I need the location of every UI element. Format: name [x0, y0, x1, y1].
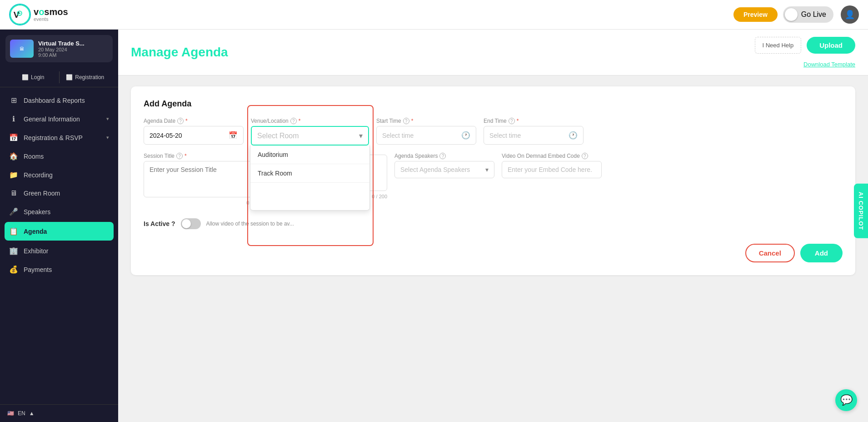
clock-icon: 🕐	[461, 131, 470, 140]
content-area: Manage Agenda I Need Help Upload Downloa…	[118, 30, 868, 422]
chat-button[interactable]: 💬	[835, 389, 857, 411]
event-date: 20 May 2024	[38, 47, 108, 52]
help-icon[interactable]: ?	[176, 153, 183, 159]
page-title: Manage Agenda	[131, 45, 228, 60]
event-time: 9:00 AM	[38, 52, 108, 58]
event-card: 🏛 Virtual Trade S... 20 May 2024 9:00 AM	[5, 35, 113, 62]
logo-icon: V	[9, 4, 31, 25]
registration-icon: 📅	[9, 133, 18, 142]
rooms-icon: 🏠	[9, 152, 18, 161]
sidebar-item-dashboard[interactable]: ⊞ Dashboard & Reports	[0, 91, 118, 110]
venue-dropdown-wrapper: Select Room ▾ Auditorium Track Room	[251, 126, 369, 146]
is-active-toggle[interactable]	[181, 218, 201, 229]
add-button[interactable]: Add	[800, 244, 843, 262]
venue-dropdown-list: Auditorium Track Room	[250, 146, 370, 211]
sidebar-item-payments[interactable]: 💰 Payments	[0, 260, 118, 279]
help-icon[interactable]: ?	[177, 118, 184, 124]
login-button[interactable]: ⬜ Login	[7, 71, 60, 83]
user-avatar[interactable]: 👤	[841, 5, 859, 24]
login-label: Login	[31, 74, 44, 80]
sidebar-item-recording[interactable]: 📁 Recording	[0, 166, 118, 184]
general-icon: ℹ	[9, 115, 18, 123]
agenda-date-value: 2024-05-20	[150, 132, 182, 139]
speakers-label: Agenda Speakers ?	[394, 153, 494, 159]
sidebar-item-label: Payments	[24, 266, 109, 273]
sidebar-item-label: Registration & RSVP	[24, 134, 101, 141]
end-time-label: End Time ? *	[484, 118, 584, 124]
sidebar-auth: ⬜ Login ⬜ Registration	[0, 68, 118, 87]
flag-icon: 🇺🇸	[7, 410, 14, 417]
sidebar-item-general[interactable]: ℹ General Information ▾	[0, 110, 118, 128]
content-header: Manage Agenda I Need Help Upload Downloa…	[118, 30, 868, 75]
language-selector[interactable]: 🇺🇸 EN ▲	[0, 404, 118, 422]
preview-button[interactable]: Preview	[733, 7, 778, 22]
help-icon[interactable]: ?	[582, 153, 588, 159]
venue-option-auditorium[interactable]: Auditorium	[250, 146, 369, 164]
sidebar-item-label: Speakers	[24, 208, 109, 216]
sidebar-item-label: General Information	[24, 116, 101, 123]
sidebar-item-rooms[interactable]: 🏠 Rooms	[0, 147, 118, 166]
toggle-thumb	[182, 219, 191, 228]
start-time-field: Start Time ? * Select time 🕐	[376, 118, 476, 146]
download-template-link[interactable]: Download Template	[803, 61, 855, 68]
agenda-icon: 📋	[9, 227, 18, 236]
event-title: Virtual Trade S...	[38, 40, 108, 47]
exhibitor-icon: 🏢	[9, 246, 18, 255]
end-time-input[interactable]: Select time 🕐	[484, 126, 584, 145]
logo: V vosmos events	[9, 4, 68, 25]
sidebar-item-label: Recording	[24, 171, 109, 179]
is-active-label: Is Active ?	[144, 220, 175, 227]
sidebar-item-exhibitor[interactable]: 🏢 Exhibitor	[0, 241, 118, 260]
sidebar-item-registration[interactable]: 📅 Registration & RSVP ▾	[0, 128, 118, 147]
chevron-down-icon: ▾	[359, 131, 363, 140]
ai-copilot-tab[interactable]: AI COPILOT	[854, 184, 868, 238]
chevron-down-icon: ▾	[106, 116, 109, 122]
calendar-icon: 📅	[229, 131, 238, 140]
event-thumbnail: 🏛	[10, 40, 34, 58]
form-row-2: Session Title ? * 0 / 200 0 / 200	[144, 153, 843, 206]
toggle-thumb	[785, 8, 798, 21]
registration-button[interactable]: ⬜ Registration	[60, 71, 111, 83]
venue-select[interactable]: Select Room ▾	[252, 127, 368, 145]
agenda-date-label: Agenda Date ? *	[144, 118, 244, 124]
video-embed-field: Video On Demnad Embed Code ? Enter your …	[502, 153, 602, 206]
sidebar-item-speakers[interactable]: 🎤 Speakers	[0, 202, 118, 221]
venue-option-trackroom[interactable]: Track Room	[250, 164, 369, 183]
venue-placeholder: Select Room	[257, 132, 299, 140]
form-row-1: Agenda Date ? * 2024-05-20 📅 Venue/Locat…	[144, 118, 843, 146]
logo-text: vosmos events	[34, 7, 68, 22]
sidebar-item-agenda[interactable]: 📋 Agenda	[5, 222, 114, 241]
top-navigation: V vosmos events Preview Go Live 👤	[0, 0, 868, 30]
sidebar-item-label: Green Room	[24, 190, 109, 197]
help-icon[interactable]: ?	[509, 118, 515, 124]
agenda-date-input[interactable]: 2024-05-20 📅	[144, 126, 244, 145]
speakers-placeholder: Select Agenda Speakers	[400, 166, 470, 173]
chevron-up-icon: ▲	[29, 410, 35, 417]
start-time-label: Start Time ? *	[376, 118, 476, 124]
speakers-input[interactable]: Select Agenda Speakers ▾	[394, 161, 494, 178]
help-icon[interactable]: ?	[290, 118, 297, 124]
cancel-button[interactable]: Cancel	[745, 244, 795, 262]
start-time-input[interactable]: Select time 🕐	[376, 126, 476, 145]
session-title-label: Session Title ? *	[144, 153, 262, 159]
golive-toggle[interactable]: Go Live	[783, 6, 833, 23]
golive-label: Go Live	[801, 10, 826, 19]
speakers-field: Agenda Speakers ? Select Agenda Speakers…	[394, 153, 494, 206]
help-icon[interactable]: ?	[403, 118, 409, 124]
session-title-char-count: 0 / 200	[144, 200, 262, 206]
help-icon[interactable]: ?	[439, 153, 446, 159]
lang-label: EN	[18, 410, 25, 417]
video-embed-input[interactable]: Enter your Embed Code here.	[502, 161, 602, 178]
sidebar-item-label: Exhibitor	[24, 247, 109, 255]
is-active-desc: Allow video of the session to be av...	[206, 221, 294, 227]
need-help-button[interactable]: I Need Help	[755, 37, 802, 54]
session-title-textarea[interactable]	[144, 161, 262, 197]
video-embed-label: Video On Demnad Embed Code ?	[502, 153, 602, 159]
agenda-date-field: Agenda Date ? * 2024-05-20 📅	[144, 118, 244, 146]
dashboard-icon: ⊞	[9, 96, 18, 105]
upload-button[interactable]: Upload	[807, 37, 855, 54]
sidebar-item-greenroom[interactable]: 🖥 Green Room	[0, 184, 118, 202]
sidebar-item-label: Dashboard & Reports	[24, 97, 109, 104]
recording-icon: 📁	[9, 171, 18, 179]
clock-icon: 🕐	[569, 131, 578, 140]
